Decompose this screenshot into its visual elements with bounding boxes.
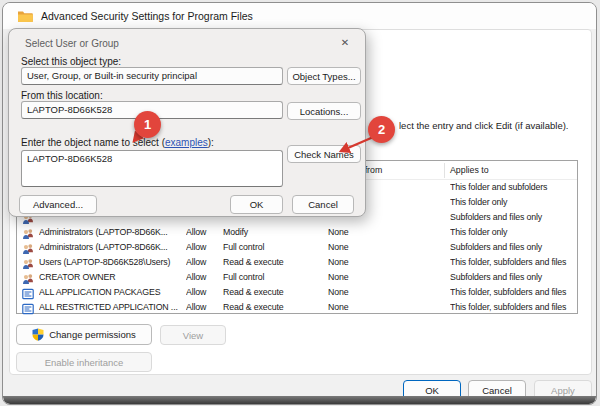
app-package-icon [22,301,34,313]
object-type-field[interactable]: User, Group, or Built-in security princi… [21,67,283,85]
enter-object-name-label: Enter the object name to select (example… [21,137,214,148]
permission-entry-row[interactable]: CREATOR OWNER Allow Full control None Su… [17,270,577,285]
from-location-label: From this location: [21,90,103,101]
permission-entry-row[interactable]: ALL RESTRICTED APPLICATION ... Allow Rea… [17,300,577,315]
object-type-label: Select this object type: [21,56,121,67]
close-icon[interactable]: ✕ [337,35,353,51]
dialog-cancel-button[interactable]: Cancel [292,195,354,214]
change-permissions-button[interactable]: Change permissions [16,324,152,345]
window-bottom-edge [3,396,596,404]
enable-inheritance-button[interactable]: Enable inheritance [16,352,152,372]
view-button[interactable]: View [160,325,226,345]
permission-entry-row[interactable]: Users (LAPTOP-8D66K528\Users) Allow Read… [17,255,577,270]
window-titlebar[interactable]: Advanced Security Settings for Program F… [3,3,596,29]
object-name-input[interactable]: LAPTOP-8D66K528 [21,150,283,187]
advanced-button[interactable]: Advanced... [19,195,97,214]
column-header-applies-to[interactable]: Applies to [450,161,489,180]
select-user-or-group-dialog: Select User or Group ✕ Select this objec… [8,28,366,217]
uac-shield-icon [32,328,44,341]
header-separator [444,163,445,178]
permission-entry-row[interactable]: Administrators (LAPTOP-8D66K... Allow Fu… [17,240,577,255]
folder-icon [17,9,33,23]
label-text: Enter the object name to select ( [21,137,165,148]
change-permissions-label: Change permissions [49,329,136,340]
object-types-button[interactable]: Object Types... [287,67,361,85]
step2-badge: 2 [368,116,395,143]
screenshot-stage: Advanced Security Settings for Program F… [0,0,600,406]
users-group-icon [22,241,34,253]
app-package-icon [22,286,34,298]
check-names-button[interactable]: Check Names [287,145,361,163]
window-title: Advanced Security Settings for Program F… [41,10,253,22]
permission-entry-row[interactable]: ALL APPLICATION PACKAGES Allow Read & ex… [17,285,577,300]
label-text: ): [208,137,214,148]
permission-entry-row[interactable]: Administrators (LAPTOP-8D66K... Allow Mo… [17,225,577,240]
users-group-icon [22,271,34,283]
examples-link[interactable]: examples [165,137,208,148]
users-group-icon [22,226,34,238]
dialog-title: Select User or Group [25,38,119,49]
locations-button[interactable]: Locations... [287,102,361,120]
instruction-text-fragment: lect the entry and click Edit (if availa… [399,120,569,131]
users-group-icon [22,256,34,268]
step1-badge: 1 [134,111,161,138]
dialog-ok-button[interactable]: OK [230,195,283,214]
